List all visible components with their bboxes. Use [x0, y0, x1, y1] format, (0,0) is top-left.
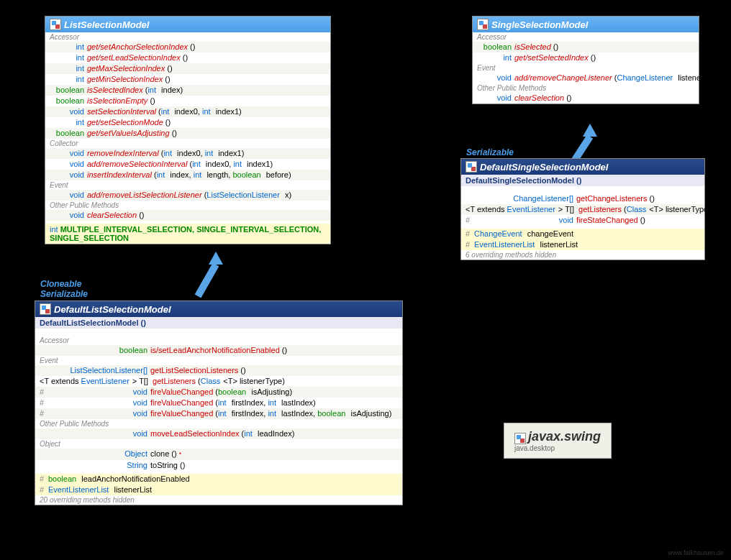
- section-other: Other Public Methods: [45, 201, 330, 210]
- title-ssm: SingleSelectionModel: [491, 19, 588, 30]
- box-list-selection-model: ListSelectionModel Accessor intget/setAn…: [45, 16, 331, 244]
- box-default-list-selection-model: DefaultListSelectionModel DefaultListSel…: [35, 300, 403, 505]
- header-dssm: DefaultSingleSelectionModel: [461, 159, 704, 175]
- header-lsm: ListSelectionModel: [45, 17, 330, 32]
- footer-link[interactable]: www.falkhausen.de: [668, 549, 724, 556]
- class-icon: [40, 303, 51, 315]
- tag-serializable2: Serializable: [466, 147, 514, 157]
- hidden-dlsm: 20 overriding methods hidden: [35, 495, 402, 505]
- ctor-dlsm: DefaultListSelectionModel (): [40, 318, 146, 327]
- section-collector: Collector: [45, 139, 330, 148]
- box-default-single-selection-model: DefaultSingleSelectionModel DefaultSingl…: [460, 158, 705, 260]
- section-event: Event: [45, 180, 330, 190]
- title-lsm: ListSelectionModel: [64, 19, 149, 30]
- package-label: javax.swing java.desktop: [504, 423, 612, 459]
- title-dssm: DefaultSingleSelectionModel: [480, 162, 608, 173]
- interface-icon: [50, 19, 61, 30]
- svg-marker-0: [209, 252, 223, 265]
- package-module: java.desktop: [514, 444, 601, 452]
- class-icon: [466, 161, 477, 173]
- package-name: javax.swing: [528, 429, 601, 444]
- header-dlsm: DefaultListSelectionModel: [35, 301, 402, 317]
- package-icon: [514, 433, 526, 444]
- constants-lsm: int MULTIPLE_INTERVAL_SELECTION, SINGLE_…: [45, 224, 330, 244]
- hidden-dssm: 6 overriding methods hidden: [461, 250, 704, 260]
- title-dlsm: DefaultListSelectionModel: [54, 304, 171, 315]
- section-accessor: Accessor: [45, 32, 330, 42]
- tag-serializable: Serializable: [40, 289, 88, 299]
- ctor-dssm: DefaultSingleSelectionModel (): [466, 176, 581, 185]
- tag-cloneable: Cloneable: [40, 279, 81, 289]
- connector-lsm-dlsm: [187, 252, 245, 302]
- header-ssm: SingleSelectionModel: [473, 17, 699, 32]
- interface-icon: [477, 19, 489, 30]
- box-single-selection-model: SingleSelectionModel Accessor booleanisS…: [472, 16, 699, 104]
- svg-marker-1: [583, 124, 597, 137]
